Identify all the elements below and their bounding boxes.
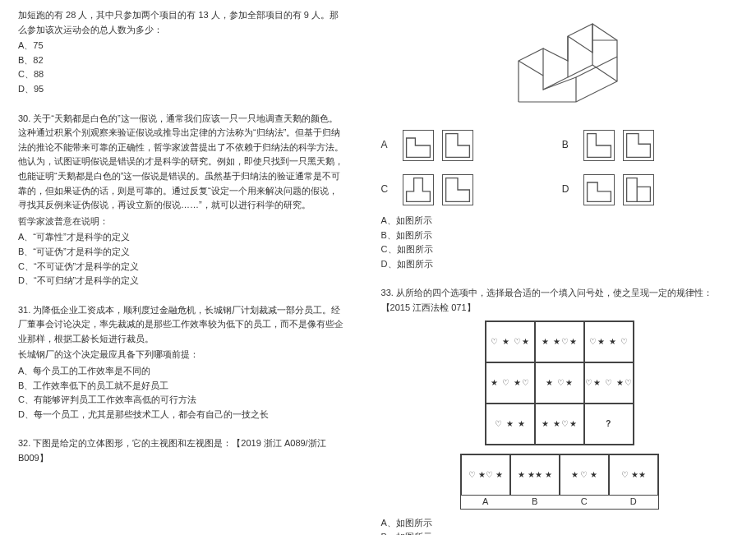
q32-choice-a-shapes xyxy=(403,130,557,161)
q32-choice-d: D、如图所示 xyxy=(381,257,738,272)
q33-ans-cell: ♡ ★♡ ★ xyxy=(461,454,510,496)
label-a: A xyxy=(381,137,398,153)
q30-choice-d: D、“不可归纳”才是科学的定义 xyxy=(18,274,345,288)
q33-ans-label: C xyxy=(560,496,609,509)
question-30: 30. 关于“天鹅都是白色的”这一假说，通常我们应该一只一只地调查天鹅的颜色。这… xyxy=(18,112,345,288)
q33-cell: ♡★ ★ ♡ xyxy=(584,321,634,362)
q32-choices-text: A、如图所示 B、如图所示 C、如图所示 D、如图所示 xyxy=(381,214,738,271)
label-b: B xyxy=(562,137,579,153)
q30-choice-c: C、“不可证伪”才是科学的定义 xyxy=(18,260,345,274)
q33-grid: ♡ ★ ♡★ ★ ★♡★ ♡★ ★ ♡ ★ ♡ ★♡ ★ ♡★ ♡★ ♡ ★♡ … xyxy=(485,321,634,445)
q31-choice-d: D、每一个员工，尤其是那些技术工人，都会有自己的一技之长 xyxy=(18,408,345,422)
q33-cell: ★ ♡★ xyxy=(535,362,584,404)
q33-cell: ★ ★♡★ xyxy=(535,404,584,445)
q31-text: 31. 为降低企业工资成本，顺利度过金融危机，长城钢厂计划裁减一部分员工。经厂董… xyxy=(18,303,345,347)
q33-choice-a: A、如图所示 xyxy=(381,516,738,531)
q33-ans-cell: ★ ★★ ★ xyxy=(510,454,560,496)
q33-text: 33. 从所给的四个选项中，选择最合适的一个填入问号处，使之呈现一定的规律性：【… xyxy=(381,286,738,315)
q32-choice-a: A、如图所示 xyxy=(381,214,738,228)
q29-choice-d: D、95 xyxy=(18,82,345,97)
question-31: 31. 为降低企业工资成本，顺利度过金融危机，长城钢厂计划裁减一部分员工。经厂董… xyxy=(18,303,345,422)
label-d: D xyxy=(562,182,579,197)
q33-cell: ♡★ ♡ ★♡ xyxy=(584,362,634,404)
question-32: 32. 下图是给定的立体图形，它的主视图和左视图是：【2019 浙江 A089/… xyxy=(18,436,345,465)
q33-cell: ★ ♡ ★♡ xyxy=(486,362,535,404)
question-29: 加短跑的有 28 人，其中只参加两个项目的有 13 人，参加全部项目的有 9 人… xyxy=(18,8,345,97)
q30-sub: 哲学家波普意在说明： xyxy=(18,214,345,229)
q30-text: 30. 关于“天鹅都是白色的”这一假说，通常我们应该一只一只地调查天鹅的颜色。这… xyxy=(18,112,345,213)
q33-cell: ♡ ★ ★ xyxy=(486,404,535,445)
q33-answer-grid: ♡ ★♡ ★ ★ ★★ ★ ★ ♡ ★ ♡ ★★ A B C D xyxy=(460,454,659,510)
q30-choice-b: B、“可证伪”才是科学的定义 xyxy=(18,245,345,260)
q32-choice-b: B、如图所示 xyxy=(381,228,738,243)
q29-choice-c: C、88 xyxy=(18,67,345,82)
q33-cell: ♡ ★ ♡★ xyxy=(486,321,535,362)
isometric-shape-icon xyxy=(494,12,625,118)
q31-choice-b: B、工作效率低下的员工就不是好员工 xyxy=(18,379,345,394)
q33-cell: ★ ★♡★ xyxy=(535,321,584,362)
q32-text: 32. 下图是给定的立体图形，它的主视图和左视图是：【2019 浙江 A089/… xyxy=(18,436,345,465)
q30-choice-a: A、“可靠性”才是科学的定义 xyxy=(18,230,345,245)
q33-ans-cell: ♡ ★★ xyxy=(609,454,658,496)
q32-choice-d-shapes xyxy=(583,174,738,205)
q29-text: 加短跑的有 28 人，其中只参加两个项目的有 13 人，参加全部项目的有 9 人… xyxy=(18,8,345,37)
q33-question-mark: ? xyxy=(584,404,634,445)
label-c: C xyxy=(381,182,398,197)
q31-sub: 长城钢厂的这个决定最应具备下列哪项前提： xyxy=(18,348,345,362)
q32-choice-grid: A B C D xyxy=(381,130,738,205)
q32-choice-c-shapes xyxy=(403,174,557,205)
q32-choice-b-shapes xyxy=(583,130,738,161)
q33-choice-b: B、如图所示 xyxy=(381,530,738,535)
q29-choice-b: B、82 xyxy=(18,53,345,68)
q31-choice-a: A、每个员工的工作效率是不同的 xyxy=(18,364,345,379)
q29-choice-a: A、75 xyxy=(18,39,345,53)
q32-choice-c: C、如图所示 xyxy=(381,242,738,257)
question-33: 33. 从所给的四个选项中，选择最合适的一个填入问号处，使之呈现一定的规律性：【… xyxy=(381,286,738,535)
q33-ans-label: D xyxy=(609,496,658,509)
q33-ans-label: B xyxy=(510,496,560,509)
q32-3d-figure xyxy=(381,12,738,118)
q33-ans-cell: ★ ♡ ★ xyxy=(560,454,609,496)
q33-ans-label: A xyxy=(461,496,510,509)
q31-choice-c: C、有能够评判员工工作效率高低的可行方法 xyxy=(18,393,345,408)
